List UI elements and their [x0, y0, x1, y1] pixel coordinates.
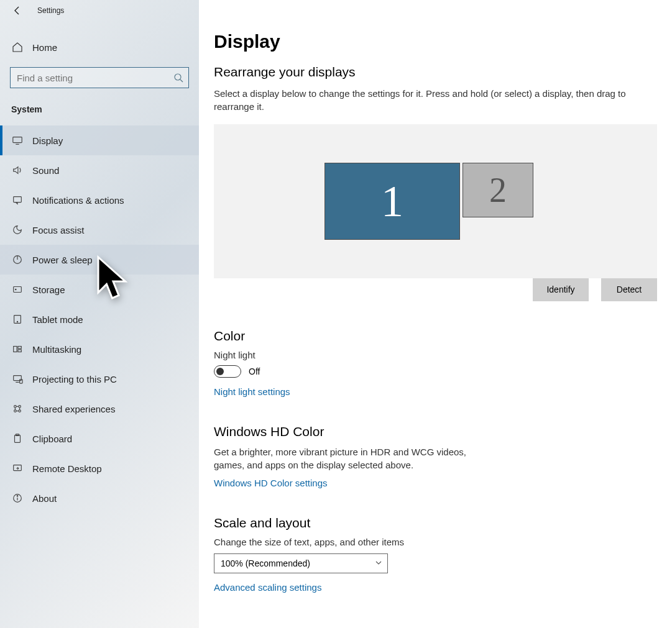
about-icon: [11, 492, 24, 504]
storage-icon: [11, 283, 24, 296]
detect-button[interactable]: Detect: [601, 278, 657, 301]
display-icon: [11, 134, 24, 147]
night-light-settings-link[interactable]: Night light settings: [214, 386, 290, 397]
sidebar-item-clipboard[interactable]: Clipboard: [0, 424, 199, 453]
focus-assist-icon: [11, 224, 24, 236]
advanced-scaling-link[interactable]: Advanced scaling settings: [214, 582, 321, 593]
scale-dropdown[interactable]: 100% (Recommended): [214, 553, 388, 573]
category-label: System: [0, 98, 199, 125]
sidebar-item-multitasking[interactable]: Multitasking: [0, 334, 199, 364]
identify-button[interactable]: Identify: [533, 278, 589, 301]
svg-point-29: [17, 496, 17, 496]
svg-rect-2: [13, 137, 22, 143]
hdcolor-settings-link[interactable]: Windows HD Color settings: [214, 478, 328, 488]
sidebar-item-shared-experiences[interactable]: Shared experiences: [0, 394, 199, 424]
display-arrangement-area[interactable]: 1 2: [214, 124, 657, 278]
sidebar-item-label: Projecting to this PC: [32, 374, 117, 385]
sidebar-item-projecting[interactable]: Projecting to this PC: [0, 364, 199, 394]
night-light-label: Night light: [214, 350, 657, 360]
section-rearrange-heading: Rearrange your displays: [214, 65, 657, 80]
sidebar-item-label: Clipboard: [32, 434, 72, 444]
sidebar-item-display[interactable]: Display: [0, 125, 199, 155]
sidebar: Settings Home System DisplaySoundNotific…: [0, 0, 199, 628]
section-color-heading: Color: [214, 329, 657, 344]
svg-point-10: [17, 321, 17, 322]
search-box[interactable]: [10, 67, 189, 88]
svg-rect-11: [14, 347, 17, 352]
svg-point-0: [175, 74, 181, 80]
sidebar-item-label: Display: [32, 135, 63, 146]
sidebar-item-remote-desktop[interactable]: Remote Desktop: [0, 453, 199, 483]
sidebar-item-storage[interactable]: Storage: [0, 275, 199, 304]
section-scale-heading: Scale and layout: [214, 516, 657, 530]
projecting-icon: [11, 373, 24, 385]
sidebar-item-label: Notifications & actions: [32, 195, 124, 206]
sound-icon: [11, 164, 24, 176]
monitor-2[interactable]: 2: [463, 163, 533, 217]
page-title: Display: [214, 31, 657, 52]
nav-list: DisplaySoundNotifications & actionsFocus…: [0, 125, 199, 513]
svg-rect-12: [18, 347, 21, 349]
search-input[interactable]: [11, 68, 188, 88]
svg-point-8: [16, 289, 16, 289]
svg-rect-7: [14, 287, 22, 293]
sidebar-item-label: Focus assist: [32, 225, 84, 235]
chevron-down-icon: [375, 560, 382, 566]
sidebar-item-notifications[interactable]: Notifications & actions: [0, 185, 199, 215]
search-icon: [173, 73, 183, 83]
rearrange-description: Select a display below to change the set…: [214, 87, 657, 113]
home-nav[interactable]: Home: [0, 32, 199, 62]
svg-rect-24: [15, 435, 21, 443]
scale-label: Change the size of text, apps, and other…: [214, 537, 657, 547]
sidebar-item-power-sleep[interactable]: Power & sleep: [0, 245, 199, 275]
remote-desktop-icon: [11, 462, 24, 475]
sidebar-item-label: Multitasking: [32, 344, 81, 355]
sidebar-item-label: Remote Desktop: [32, 463, 102, 474]
svg-point-18: [14, 410, 17, 412]
svg-point-17: [19, 406, 21, 408]
notifications-icon: [11, 194, 24, 206]
hdcolor-description: Get a brighter, more vibrant picture in …: [214, 445, 481, 471]
svg-line-1: [180, 80, 183, 82]
sidebar-item-label: Power & sleep: [32, 255, 93, 265]
home-label: Home: [32, 42, 57, 53]
section-hdcolor-heading: Windows HD Color: [214, 424, 657, 439]
svg-rect-26: [14, 465, 22, 471]
sidebar-item-label: Shared experiences: [32, 404, 115, 414]
sidebar-item-label: Sound: [32, 165, 59, 176]
svg-rect-4: [14, 197, 22, 203]
power-sleep-icon: [11, 253, 24, 266]
night-light-state: Off: [249, 366, 260, 376]
sidebar-item-label: About: [32, 493, 57, 504]
sidebar-item-tablet-mode[interactable]: Tablet mode: [0, 304, 199, 334]
main-content: Display Rearrange your displays Select a…: [199, 0, 672, 628]
tablet-mode-icon: [11, 313, 24, 325]
sidebar-item-sound[interactable]: Sound: [0, 155, 199, 185]
night-light-toggle[interactable]: [214, 365, 241, 378]
sidebar-item-label: Storage: [32, 284, 65, 295]
app-title: Settings: [37, 6, 64, 15]
titlebar: Settings: [0, 0, 199, 21]
svg-point-16: [14, 406, 17, 408]
sidebar-item-focus-assist[interactable]: Focus assist: [0, 215, 199, 245]
shared-experiences-icon: [11, 403, 24, 415]
monitor-1[interactable]: 1: [324, 163, 460, 240]
sidebar-item-about[interactable]: About: [0, 483, 199, 513]
multitasking-icon: [11, 343, 24, 355]
clipboard-icon: [11, 432, 24, 445]
sidebar-item-label: Tablet mode: [32, 314, 83, 325]
svg-point-19: [19, 410, 21, 412]
svg-rect-13: [18, 350, 21, 352]
home-icon: [11, 41, 24, 53]
back-button[interactable]: [11, 4, 24, 17]
